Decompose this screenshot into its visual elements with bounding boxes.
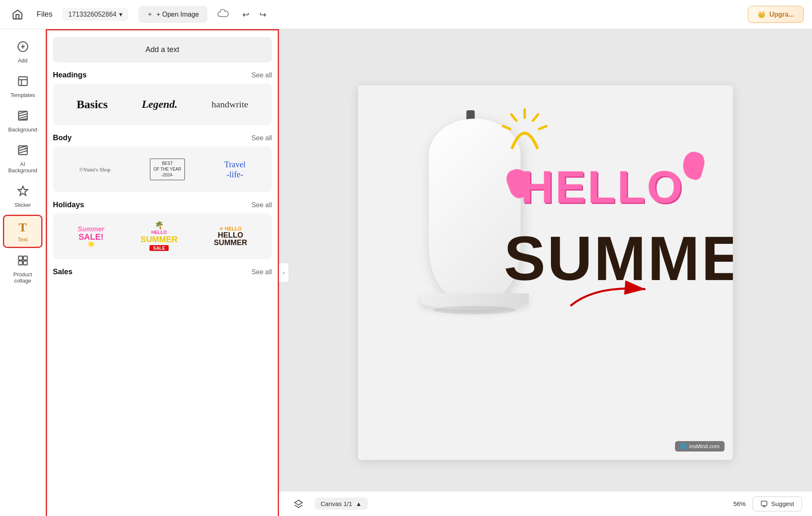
headings-header: Headings See all	[53, 71, 272, 79]
canvas-area: ‹	[279, 29, 812, 516]
svg-line-14	[18, 151, 27, 153]
svg-rect-17	[23, 256, 27, 260]
body-section: Body See all ©Yumi's Shop BESTOF THE YEA…	[53, 134, 272, 192]
undo-button[interactable]: ↩	[239, 8, 253, 21]
holiday-summer-sale-1[interactable]: Summer SALE! 🌟	[78, 226, 105, 247]
holidays-grid: Summer SALE! 🌟 🌴 HELLO SUMMER SALE ✦ HEL…	[53, 213, 272, 259]
svg-line-22	[503, 126, 510, 129]
body-grid: ©Yumi's Shop BESTOF THE YEAR-2024- Trave…	[53, 146, 272, 192]
hello-text: HELLO	[521, 160, 684, 213]
holidays-see-all-link[interactable]: See all	[252, 201, 272, 209]
svg-line-9	[18, 116, 27, 119]
svg-rect-19	[23, 261, 27, 265]
background-icon	[17, 110, 29, 124]
undo-redo-group: ↩ ↪	[239, 8, 270, 21]
svg-rect-18	[18, 261, 22, 265]
svg-line-21	[511, 114, 516, 121]
sidebar-item-sticker[interactable]: Sticker	[3, 180, 42, 213]
svg-line-24	[539, 126, 546, 129]
holiday-summer-sale-2[interactable]: 🌴 HELLO SUMMER SALE	[141, 221, 178, 251]
headings-title: Headings	[53, 71, 87, 79]
headings-section: Headings See all Basics Legend. handwrit…	[53, 71, 272, 125]
body-travel-sample[interactable]: Travel-life-	[224, 159, 245, 179]
upgrade-button[interactable]: 👑 Upgra...	[748, 6, 804, 23]
sidebar-item-add[interactable]: Add	[3, 36, 42, 69]
svg-marker-26	[295, 500, 302, 505]
sidebar-item-text[interactable]: T Text	[3, 215, 42, 248]
holidays-title: Holidays	[53, 201, 84, 209]
bottom-bar: Canvas 1/1 ▲ 56% Suggest	[279, 491, 812, 516]
watermark-globe-icon: 🌐	[680, 443, 687, 449]
product-collage-icon	[17, 255, 29, 269]
holiday-summer-sale-3[interactable]: ✦ HELLO HELLOSUMMER	[214, 226, 247, 246]
heading-handwrite-sample[interactable]: handwrite	[212, 99, 248, 110]
heading-basics-sample[interactable]: Basics	[77, 98, 108, 111]
sidebar-item-product-collage-label: Product collage	[7, 271, 38, 284]
home-button[interactable]	[8, 5, 27, 24]
sales-section: Sales See all	[53, 268, 272, 280]
headings-grid: Basics Legend. handwrite	[53, 84, 272, 125]
files-button[interactable]: Files	[37, 10, 52, 19]
svg-line-8	[18, 114, 27, 116]
layers-button[interactable]	[289, 497, 308, 511]
sidebar-item-ai-background-label: AI Background	[7, 161, 38, 174]
svg-rect-16	[18, 256, 22, 260]
body-header: Body See all	[53, 134, 272, 142]
canvas-container: HELLO SUMMER 🌐 insMind.com	[358, 85, 733, 460]
sidebar-item-background-label: Background	[8, 127, 37, 133]
canvas-indicator-text: Canvas 1/1	[321, 500, 352, 507]
sidebar-item-templates-label: Templates	[10, 92, 35, 98]
body-title: Body	[53, 134, 72, 142]
sidebar-item-text-label: Text	[18, 236, 28, 243]
add-icon	[17, 41, 29, 55]
panel-collapse-button[interactable]: ‹	[279, 263, 289, 283]
heading-legend-sample[interactable]: Legend.	[142, 98, 177, 111]
suggest-button[interactable]: Suggest	[752, 496, 802, 511]
sales-header: Sales See all	[53, 268, 272, 276]
text-icon: T	[18, 220, 27, 234]
sidebar: Add Templates	[0, 29, 46, 516]
sticker-icon	[17, 185, 29, 200]
sidebar-item-background[interactable]: Background	[3, 105, 42, 138]
main-area: Add Templates	[0, 29, 812, 516]
sidebar-item-add-label: Add	[18, 57, 27, 64]
ai-background-icon	[17, 144, 29, 159]
headings-see-all-link[interactable]: See all	[252, 72, 272, 79]
plus-icon: ＋	[147, 10, 153, 19]
crown-icon: 👑	[757, 10, 766, 18]
filename-selector[interactable]: 1713326052864 ▾	[62, 8, 128, 21]
svg-line-23	[533, 114, 538, 121]
chevron-up-icon: ▲	[356, 500, 362, 507]
sidebar-item-ai-background[interactable]: AI Background	[3, 139, 42, 179]
body-shop-sample[interactable]: ©Yumi's Shop	[79, 166, 110, 173]
open-image-button[interactable]: ＋ + Open Image	[138, 6, 207, 23]
watermark-text: insMind.com	[689, 443, 720, 449]
text-panel: Add a text Headings See all Basics Legen…	[46, 29, 279, 516]
product-shadow	[433, 306, 516, 314]
chevron-down-icon: ▾	[119, 10, 122, 18]
topbar: Files 1713326052864 ▾ ＋ + Open Image ↩ ↪…	[0, 0, 812, 29]
sidebar-item-product-collage[interactable]: Product collage	[3, 250, 42, 289]
body-award-sample[interactable]: BESTOF THE YEAR-2024-	[150, 159, 185, 180]
watermark: 🌐 insMind.com	[675, 441, 725, 452]
filename-text: 1713326052864	[68, 11, 117, 18]
sales-title: Sales	[53, 268, 72, 276]
holidays-section: Holidays See all Summer SALE! 🌟 🌴 HELLO …	[53, 201, 272, 259]
sidebar-item-sticker-label: Sticker	[15, 202, 31, 208]
sales-see-all-link[interactable]: See all	[252, 268, 272, 276]
canvas-indicator[interactable]: Canvas 1/1 ▲	[315, 498, 368, 510]
templates-icon	[17, 75, 29, 90]
sidebar-item-templates[interactable]: Templates	[3, 70, 42, 103]
body-see-all-link[interactable]: See all	[252, 134, 272, 142]
add-text-button[interactable]: Add a text	[53, 37, 272, 62]
svg-marker-15	[18, 186, 27, 195]
svg-rect-27	[761, 501, 767, 506]
svg-rect-3	[18, 77, 27, 86]
cloud-save-icon[interactable]	[217, 9, 229, 20]
suggest-label: Suggest	[771, 500, 794, 507]
zoom-level: 56%	[733, 500, 746, 507]
red-arrow	[562, 277, 658, 314]
redo-button[interactable]: ↪	[256, 8, 270, 21]
holidays-header: Holidays See all	[53, 201, 272, 209]
